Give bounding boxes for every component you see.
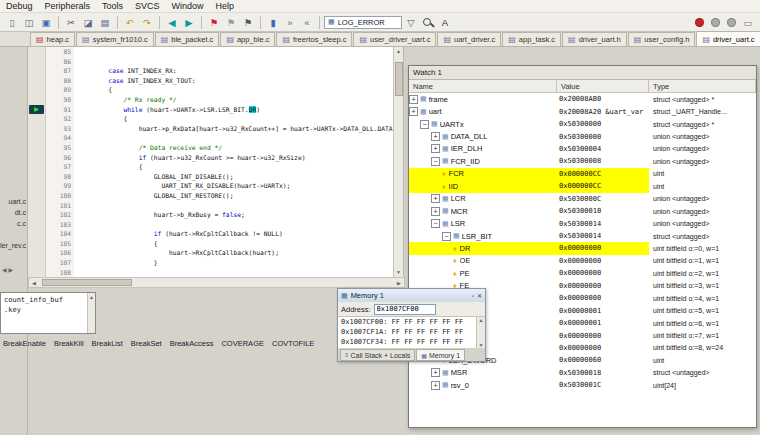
expand-icon[interactable]: + (431, 207, 440, 216)
redo-icon[interactable]: ↷ (139, 15, 155, 30)
watch-row[interactable]: +▦MCR0x50300010union <untagged> (409, 205, 756, 217)
command-breakaccess[interactable]: BreakAccess (170, 339, 214, 348)
symbol-list[interactable]: count_info_buf.key (1, 293, 87, 333)
code-editor[interactable]: ▶ 85868788899091929394959697989910010110… (28, 47, 404, 277)
symbol-list-scrollbar[interactable]: ▲ (87, 293, 95, 333)
outdent-icon[interactable]: « (299, 15, 315, 30)
symbol-item[interactable]: count_info_buf (4, 295, 87, 305)
tab-user_driver_uart-c[interactable]: ▤user_driver_uart.c (353, 32, 436, 46)
command-breakset[interactable]: BreakSet (131, 339, 162, 348)
scroll-down-icon[interactable]: ▼ (477, 342, 485, 348)
watch-row[interactable]: +▦frame0x20008AB0struct <untagged> * (409, 93, 756, 105)
expand-icon[interactable]: + (409, 95, 418, 104)
bookmark-icon[interactable]: ▮ (265, 15, 281, 30)
tab-heap-c[interactable]: ▤heap.c (30, 32, 75, 46)
menu-svcs[interactable]: SVCS (129, 0, 166, 13)
menu-peripherals[interactable]: Peripherals (39, 0, 97, 13)
watch-row[interactable]: −▦LSR_BIT0x50300014struct <untagged> (409, 230, 756, 242)
mini-scroll-icons[interactable]: ◀▶ (2, 266, 15, 273)
editor-horizontal-scrollbar[interactable]: ◀ ▶ (28, 277, 405, 288)
watch-row[interactable]: ♦FCR0x000000CCuint (409, 168, 756, 180)
scroll-down-icon[interactable]: ▼ (396, 268, 401, 277)
symbol-item[interactable]: .key (4, 305, 87, 315)
watch-row[interactable]: ♦DR0x00000000uint bitfield o:=0, w=1 (409, 242, 756, 254)
open-file-icon[interactable]: ◫ (21, 15, 37, 30)
tab-freertos_sleep-c[interactable]: ▤freertos_sleep.c (276, 32, 352, 46)
command-coverage[interactable]: COVERAGE (221, 339, 264, 348)
command-breaklist[interactable]: BreakList (92, 339, 123, 348)
project-item[interactable]: uart.c (0, 196, 26, 207)
memory-address-input[interactable] (374, 304, 436, 315)
collapse-icon[interactable]: − (442, 232, 451, 241)
editor-margin[interactable]: ▶ (28, 47, 46, 277)
tab-user_config-h[interactable]: ▤user_config.h (628, 32, 696, 46)
save-icon[interactable]: ▣ (38, 15, 54, 30)
watch-window-title[interactable]: Watch 1 (409, 66, 756, 80)
watch-row[interactable]: +▦uart0x20008A20 &uart_varstruct _UART_H… (409, 105, 756, 117)
copy-icon[interactable]: ◪ (80, 15, 96, 30)
navigate-back-icon[interactable]: ◀ (164, 15, 180, 30)
tab-app_task-c[interactable]: ▤app_task.c (502, 32, 561, 46)
watch-row[interactable]: +▦rsv_00x5030001Cuint[24] (409, 379, 756, 391)
tab-driver_uart-c[interactable]: ▤driver_uart.c (696, 31, 760, 46)
window-icon[interactable]: ▭ (740, 15, 756, 30)
scroll-up-icon[interactable]: ▲ (396, 47, 401, 56)
filter-icon[interactable]: ▽ (403, 15, 419, 30)
menu-help[interactable]: Help (210, 0, 241, 13)
expand-icon[interactable]: + (431, 368, 440, 377)
tab-driver_uart-h[interactable]: ▤driver_uart.h (562, 32, 627, 46)
memory-window-titlebar[interactable]: ▦ Memory 1 ▫ ✕ (338, 289, 485, 302)
tab-ble_packet-c[interactable]: ▤ble_packet.c (155, 32, 220, 46)
status-dot-icon[interactable] (711, 18, 720, 27)
watch-column-type[interactable]: Type (649, 80, 756, 92)
font-icon[interactable]: A (437, 15, 453, 30)
watch-column-value[interactable]: Value (557, 80, 649, 92)
command-breakkill[interactable]: BreakKill (54, 339, 84, 348)
dock-tab-memory-1[interactable]: ▦Memory 1 (416, 349, 465, 361)
scroll-thumb[interactable] (395, 62, 403, 96)
collapse-icon[interactable]: − (431, 157, 440, 166)
watch-column-name[interactable]: Name (409, 80, 557, 92)
scroll-right-icon[interactable]: ▶ (394, 280, 404, 286)
collapse-icon[interactable]: − (420, 120, 429, 129)
log-filter-combo[interactable]: ▦LOG_ERROR (324, 16, 402, 29)
code-area[interactable]: case INT_INDEX_RX: case INT_INDEX_RX_TOU… (74, 47, 393, 277)
menu-window[interactable]: Window (166, 0, 210, 13)
watch-row[interactable]: +▦LCR0x5030000Cunion <untagged> (409, 193, 756, 205)
menu-debug[interactable]: Debug (0, 0, 39, 13)
new-file-icon[interactable]: ▯ (4, 15, 20, 30)
expand-icon[interactable]: + (409, 107, 418, 116)
watch-row[interactable]: ♦OE0x00000000uint bitfield o:=1, w=1 (409, 255, 756, 267)
close-icon[interactable]: ✕ (477, 292, 482, 299)
tab-app_ble-c[interactable]: ▤app_ble.c (220, 32, 275, 46)
tab-system_fr1010-c[interactable]: ▤system_fr1010.c (76, 32, 154, 46)
memory-hex-view[interactable]: 0x1007CF00: FF FF FF FF FF FF0x1007CF1A:… (338, 317, 476, 348)
command-breakenable[interactable]: BreakEnable (3, 339, 46, 348)
watch-row[interactable]: −▦FCR_IID0x50300008union <untagged> (409, 155, 756, 167)
breakpoint-disable-icon[interactable]: ⚑ (223, 15, 239, 30)
project-item[interactable]: dt.c (0, 207, 26, 218)
watch-row[interactable]: +▦DATA_DLL0x50300000union <untagged> (409, 130, 756, 142)
breakpoint-icon[interactable]: ⚑ (206, 15, 222, 30)
tab-uart_driver-c[interactable]: ▤uart_driver.c (437, 32, 501, 46)
memory-scrollbar[interactable]: ▲ ▼ (476, 317, 485, 348)
project-item[interactable]: ler_rev.cl (0, 240, 26, 251)
status-dot2-icon[interactable] (727, 18, 736, 27)
restore-icon[interactable]: ▫ (472, 293, 474, 299)
dock-tab-call-stack-locals[interactable]: ≡Call Stack + Locals (340, 349, 415, 361)
undo-icon[interactable]: ↶ (122, 15, 138, 30)
cut-icon[interactable]: ✂ (63, 15, 79, 30)
navigate-forward-icon[interactable]: ▶ (181, 15, 197, 30)
search-icon[interactable] (420, 15, 436, 30)
watch-row[interactable]: ♦PE0x00000000uint bitfield o:=2, w=1 (409, 267, 756, 279)
paste-icon[interactable]: ▤ (97, 15, 113, 30)
editor-vertical-scrollbar[interactable]: ▲ ▼ (393, 47, 403, 277)
menu-tools[interactable]: Tools (96, 0, 129, 13)
collapse-icon[interactable]: − (431, 219, 440, 228)
watch-row[interactable]: −▦UARTx0x50300000struct <untagged> * (409, 118, 756, 130)
watch-row[interactable]: ♦IID0x000000CCuint (409, 180, 756, 192)
project-item[interactable]: c.c (0, 218, 26, 229)
watch-row[interactable]: +▦IER_DLH0x50300004union <untagged> (409, 143, 756, 155)
watch-row[interactable]: +▦MSR0x50300018struct <untagged> (409, 367, 756, 379)
watch-row[interactable]: −▦LSR0x50300014union <untagged> (409, 217, 756, 229)
